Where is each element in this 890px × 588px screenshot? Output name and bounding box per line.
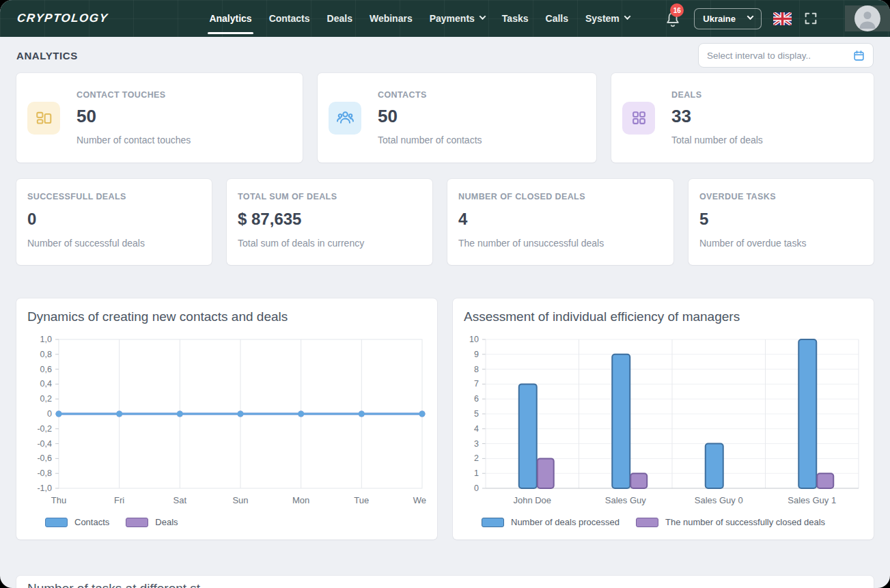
stat-value: 5 <box>699 210 863 229</box>
svg-text:Tue: Tue <box>354 495 369 505</box>
nav-item-calls[interactable]: Calls <box>546 0 568 37</box>
analytics-page: ANALYTICS <box>0 37 890 588</box>
fullscreen-button[interactable] <box>803 11 818 26</box>
object-group-icon <box>27 102 60 135</box>
svg-text:0: 0 <box>474 484 479 493</box>
svg-text:1,0: 1,0 <box>40 335 52 344</box>
stat-value: $ 87,635 <box>238 210 421 229</box>
svg-text:0,8: 0,8 <box>40 350 52 359</box>
svg-text:Wed: Wed <box>413 495 426 505</box>
stat-card-contacts: CONTACTS 50 Total number of contacts <box>318 73 596 163</box>
stat-value: 33 <box>671 106 763 127</box>
svg-text:0,2: 0,2 <box>40 394 52 404</box>
svg-text:Mon: Mon <box>292 495 309 505</box>
stat-card-deals: DEALS 33 Total number of deals <box>611 73 874 163</box>
stat-value: 0 <box>27 210 201 229</box>
main-menu: Analytics Contacts Deals Webinars Paymen… <box>209 0 629 37</box>
svg-text:0: 0 <box>47 409 52 419</box>
legend-item-deals-processed[interactable]: Number of deals processed <box>482 517 620 527</box>
stat-value: 50 <box>77 106 191 127</box>
nav-item-tasks[interactable]: Tasks <box>502 0 529 37</box>
legend-item-contacts[interactable]: Contacts <box>45 517 109 527</box>
users-icon <box>329 102 361 135</box>
interval-input[interactable] <box>707 51 853 61</box>
svg-text:5: 5 <box>474 409 479 419</box>
stat-value: 4 <box>458 210 663 229</box>
uk-flag-icon[interactable] <box>773 12 792 25</box>
nav-item-webinars[interactable]: Webinars <box>370 0 413 37</box>
svg-text:9: 9 <box>474 350 479 359</box>
stat-card-overdue-tasks: OVERDUE TASKS 5 Number of overdue tasks <box>689 179 874 265</box>
svg-text:0,4: 0,4 <box>40 379 52 389</box>
svg-text:10: 10 <box>469 335 479 344</box>
legend-swatch <box>636 518 658 527</box>
stat-card-contact-touches: CONTACT TOUCHES 50 Number of contact tou… <box>16 73 303 163</box>
notifications-button[interactable]: 16 <box>665 8 682 29</box>
nav-item-deals[interactable]: Deals <box>327 0 352 37</box>
svg-text:Sat: Sat <box>173 495 187 505</box>
svg-text:Fri: Fri <box>114 495 124 505</box>
svg-text:0,6: 0,6 <box>40 365 52 374</box>
svg-text:4: 4 <box>474 424 479 434</box>
nav-item-payments[interactable]: Payments <box>430 0 485 37</box>
nav-item-analytics[interactable]: Analytics <box>209 0 251 37</box>
svg-text:1: 1 <box>474 468 479 478</box>
chevron-down-icon <box>624 13 630 20</box>
bar-chart-legend: Number of deals processed The number of … <box>464 517 863 527</box>
svg-text:Sales Guy 1: Sales Guy 1 <box>788 495 836 505</box>
notification-count-badge: 16 <box>670 3 684 17</box>
legend-swatch <box>482 518 504 527</box>
chevron-down-icon <box>479 13 486 20</box>
top-nav: CRYPTOLOGY Analytics Contacts Deals Webi… <box>0 0 890 37</box>
svg-text:Sun: Sun <box>232 495 248 505</box>
legend-item-closed-deals[interactable]: The number of successfully closed deals <box>636 517 825 527</box>
language-select[interactable]: Ukraine <box>694 8 762 29</box>
user-menu[interactable] <box>845 5 890 31</box>
user-icon <box>854 5 880 31</box>
stat-card-closed-deals: NUMBER OF CLOSED DEALS 4 The number of u… <box>447 179 673 265</box>
bar-chart-svg: 012345678910John DoeSales GuySales Guy 0… <box>464 333 863 516</box>
svg-text:2: 2 <box>474 453 479 463</box>
grid-icon <box>622 102 655 135</box>
nav-item-system[interactable]: System <box>585 0 630 37</box>
efficiency-chart-card: Assessment of individual efficiency of m… <box>453 298 874 540</box>
avatar <box>854 5 880 31</box>
tasks-status-chart-card: Number of tasks at different st <box>16 576 874 588</box>
app-logo[interactable]: CRYPTOLOGY <box>16 12 109 25</box>
app-window: CRYPTOLOGY Analytics Contacts Deals Webi… <box>0 0 890 588</box>
svg-text:6: 6 <box>474 394 479 404</box>
svg-text:7: 7 <box>474 379 479 389</box>
svg-text:Sales Guy 0: Sales Guy 0 <box>695 495 743 505</box>
fullscreen-icon <box>803 11 818 26</box>
svg-text:-0,2: -0,2 <box>37 424 52 434</box>
stat-value: 50 <box>378 106 482 127</box>
svg-text:3: 3 <box>474 439 479 449</box>
chart-title: Dynamics of creating new contacts and de… <box>27 309 426 324</box>
chart-title: Assessment of individual efficiency of m… <box>464 309 863 324</box>
chevron-down-icon <box>747 13 754 20</box>
svg-text:-0,4: -0,4 <box>37 439 52 449</box>
svg-text:-1,0: -1,0 <box>37 484 52 493</box>
svg-text:8: 8 <box>474 365 479 374</box>
calendar-icon[interactable] <box>853 50 865 61</box>
stat-card-total-sum: TOTAL SUM OF DEALS $ 87,635 Total sum of… <box>227 179 432 265</box>
legend-item-deals[interactable]: Deals <box>126 517 178 527</box>
svg-text:-0,8: -0,8 <box>37 468 52 478</box>
svg-text:Sales Guy: Sales Guy <box>605 495 646 505</box>
nav-item-contacts[interactable]: Contacts <box>269 0 310 37</box>
chart-title: Number of tasks at different st <box>27 581 863 588</box>
page-title: ANALYTICS <box>16 50 78 61</box>
legend-swatch <box>45 518 68 527</box>
line-chart-legend: Contacts Deals <box>27 517 426 527</box>
line-chart-svg: ThuFriSatSunMonTueWed1,00,80,60,40,20-0,… <box>27 333 426 516</box>
interval-picker[interactable] <box>698 43 874 68</box>
stat-card-successful-deals: SUCCESSFULL DEALS 0 Number of successful… <box>16 179 212 265</box>
legend-swatch <box>126 518 148 527</box>
svg-text:John Doe: John Doe <box>513 495 551 505</box>
svg-text:-0,6: -0,6 <box>37 453 52 463</box>
dynamics-chart-card: Dynamics of creating new contacts and de… <box>16 298 437 540</box>
svg-text:Thu: Thu <box>51 495 66 505</box>
